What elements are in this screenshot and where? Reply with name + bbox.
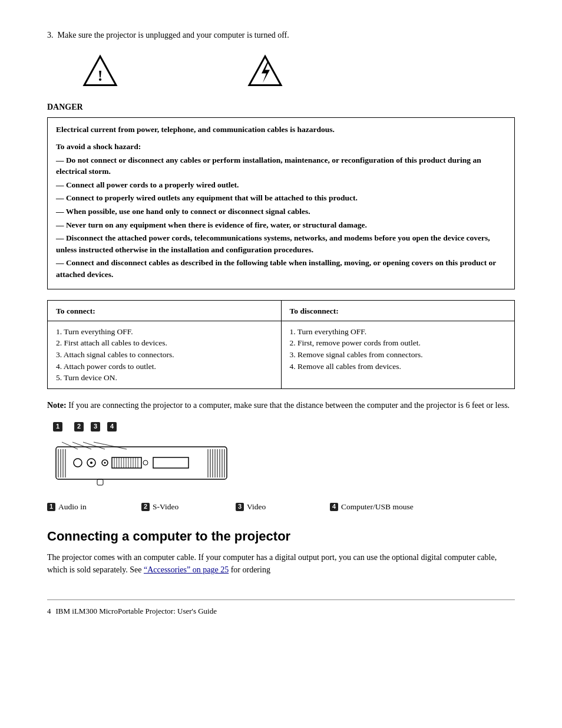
- connect-disconnect-table: To connect: To disconnect: 1. Turn every…: [47, 300, 515, 388]
- badge-4: 4: [107, 422, 117, 431]
- label-badge-2: 2: [141, 503, 150, 511]
- danger-line-4: — When possible, use one hand only to co…: [56, 206, 506, 218]
- badge-1: 1: [53, 422, 62, 431]
- svg-point-33: [143, 460, 148, 465]
- svg-text:!: !: [98, 67, 103, 84]
- danger-line-7: — Connect and disconnect cables as descr…: [56, 257, 506, 280]
- connect-step-2: 3. Attach signal cables to connectors.: [56, 349, 273, 361]
- svg-line-39: [94, 442, 127, 449]
- label-text-1: Audio in: [58, 501, 87, 513]
- disconnect-step-3: 4. Remove all cables from devices.: [290, 361, 507, 373]
- label-text-3: Video: [247, 501, 266, 513]
- danger-box: Electrical current from power, telephone…: [47, 117, 515, 290]
- label-text-4: Computer/USB mouse: [341, 501, 414, 513]
- svg-point-18: [90, 462, 92, 464]
- connect-step-0: 1. Turn everything OFF.: [56, 326, 273, 338]
- badge-row: 1 2 3 4: [53, 422, 515, 431]
- connector-diagram: 1 2 3 4: [47, 422, 515, 513]
- label-badge-4: 4: [330, 503, 338, 511]
- danger-section: DANGER Electrical current from power, te…: [47, 101, 515, 289]
- danger-line-1: — Do not connect or disconnect any cable…: [56, 154, 506, 177]
- danger-line-3: — Connect to properly wired outlets any …: [56, 192, 506, 204]
- accessories-link[interactable]: “Accessories” on page 25: [144, 565, 229, 574]
- warning-icons-row: !: [82, 53, 515, 88]
- disconnect-header: To disconnect:: [281, 301, 515, 321]
- note-label: Note:: [47, 401, 67, 410]
- connector-labels-row: 1 Audio in 2 S-Video 3 Video 4 Computer/…: [47, 501, 515, 513]
- danger-line-6: — Disconnect the attached power cords, t…: [56, 232, 506, 255]
- section-body: The projector comes with an computer cab…: [47, 551, 515, 576]
- svg-rect-34: [153, 457, 189, 468]
- warning-triangle-icon: !: [82, 53, 118, 88]
- disconnect-step-1: 2. First, remove power cords from outlet…: [290, 337, 507, 349]
- section-body-before-link: The projector comes with an computer cab…: [47, 553, 497, 574]
- danger-line-0: To avoid a shock hazard:: [56, 141, 506, 153]
- page: 3. Make sure the projector is unplugged …: [0, 0, 562, 728]
- danger-line-5: — Never turn on any equipment when there…: [56, 219, 506, 231]
- step3-text: 3. Make sure the projector is unplugged …: [47, 29, 515, 41]
- connector-label-3: 3 Video: [236, 501, 330, 513]
- connect-step-3: 4. Attach power cords to outlet.: [56, 361, 273, 373]
- connect-steps: 1. Turn everything OFF. 2. First attach …: [48, 321, 282, 388]
- connector-label-1: 1 Audio in: [47, 501, 141, 513]
- danger-label: DANGER: [47, 101, 515, 113]
- svg-point-16: [74, 459, 82, 467]
- label-text-2: S-Video: [153, 501, 178, 513]
- label-badge-1: 1: [47, 503, 55, 511]
- badge-2: 2: [74, 422, 84, 431]
- label-badge-3: 3: [236, 503, 244, 511]
- svg-rect-21: [112, 457, 141, 468]
- note-section: Note: If you are connecting the projecto…: [47, 400, 515, 411]
- footer-title: IBM iLM300 MicroPortable Projector: User…: [56, 606, 217, 617]
- connector-label-2: 2 S-Video: [141, 501, 236, 513]
- svg-line-38: [83, 442, 105, 449]
- disconnect-step-0: 1. Turn everything OFF.: [290, 326, 507, 338]
- badge-3: 3: [91, 422, 100, 431]
- svg-point-20: [104, 462, 106, 464]
- connector-label-4: 4 Computer/USB mouse: [330, 501, 424, 513]
- danger-headline: Electrical current from power, telephone…: [56, 124, 506, 136]
- section-body-after-link: for ordering: [229, 565, 270, 574]
- footer: 4 IBM iLM300 MicroPortable Projector: Us…: [47, 606, 515, 617]
- projector-diagram-svg: [50, 436, 244, 489]
- note-text: If you are connecting the projector to a…: [67, 401, 510, 410]
- connect-step-4: 5. Turn device ON.: [56, 372, 273, 384]
- connect-header: To connect:: [48, 301, 282, 321]
- electrical-hazard-icon: [247, 53, 283, 88]
- section-heading: Connecting a computer to the projector: [47, 527, 515, 546]
- footer-page-number: 4: [47, 606, 51, 617]
- disconnect-steps: 1. Turn everything OFF. 2. First, remove…: [281, 321, 515, 388]
- footer-rule: [47, 599, 515, 600]
- connect-step-1: 2. First attach all cables to devices.: [56, 337, 273, 349]
- svg-rect-35: [97, 479, 103, 485]
- disconnect-step-2: 3. Remove signal cables from connectors.: [290, 349, 507, 361]
- danger-line-2: — Connect all power cords to a properly …: [56, 179, 506, 191]
